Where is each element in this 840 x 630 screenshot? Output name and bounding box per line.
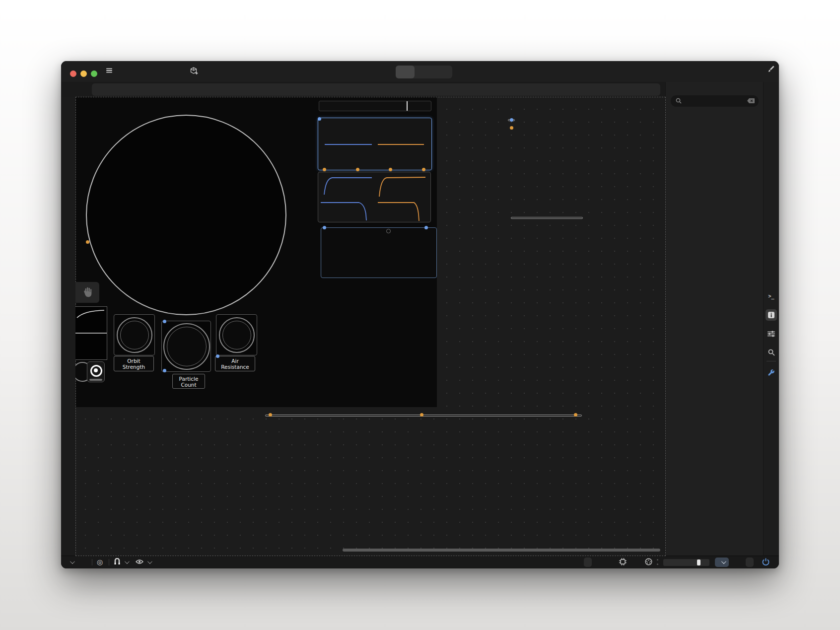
limiter-dropdown[interactable]: [715, 558, 729, 567]
send-symbol-button[interactable]: [584, 558, 592, 567]
status-bar: ◎: [61, 556, 779, 568]
air-resistance-knob[interactable]: [219, 317, 255, 353]
oversampling-button[interactable]: [746, 558, 754, 567]
parameters-icon[interactable]: [766, 328, 777, 340]
particle-count-outlet[interactable]: [163, 369, 166, 372]
documentation-icon[interactable]: [766, 309, 777, 321]
master-slider[interactable]: [319, 101, 431, 111]
orbit-strength-knob[interactable]: [117, 317, 152, 353]
documentation-browser-panel: [665, 82, 764, 556]
palette-dock: [61, 97, 76, 556]
midi-icon: [645, 556, 652, 568]
minimize-window-button[interactable]: [80, 70, 87, 77]
console-icon[interactable]: >_: [766, 290, 777, 302]
bang-dot-icon: [94, 368, 98, 372]
snap-magnet-icon[interactable]: [114, 556, 128, 568]
new-tab-button[interactable]: [80, 83, 91, 95]
plugdata-window: OrbitStrength ParticleCount AirResistanc…: [61, 61, 779, 568]
planet-panel[interactable]: [321, 227, 437, 278]
visualizer-inlet[interactable]: [86, 240, 89, 244]
graph-outlet-1[interactable]: [323, 168, 326, 171]
redo-icon[interactable]: [160, 67, 171, 77]
mix-graph-panel[interactable]: [318, 118, 432, 170]
tab-halica[interactable]: [92, 83, 660, 96]
power-dsp-icon[interactable]: [762, 556, 770, 568]
add-object-icon[interactable]: [188, 67, 199, 77]
visibility-eye-icon[interactable]: [136, 556, 151, 568]
right-icon-rail: >_: [763, 82, 779, 556]
planet-panel-inlet-left[interactable]: [323, 226, 326, 229]
envelope-panel[interactable]: [318, 172, 431, 222]
center-canvas-icon[interactable]: ◎: [97, 556, 103, 568]
air-resistance-label: AirResistance: [215, 356, 255, 371]
particle-count-knob[interactable]: [163, 323, 210, 370]
object-pd-filterlogic[interactable]: [511, 217, 583, 219]
main-menu-icon[interactable]: [104, 67, 115, 77]
graph-outlet-4[interactable]: [422, 168, 425, 171]
theme-mode-button[interactable]: [433, 66, 452, 78]
master-slider-thumb[interactable]: [407, 101, 408, 111]
cpu-icon: [619, 556, 627, 568]
finalprocessing-inlet-3[interactable]: [574, 413, 577, 417]
zoom-level-dropdown[interactable]: [68, 556, 73, 568]
search-icon: [676, 98, 682, 104]
finalprocessing-inlet-1[interactable]: [269, 413, 272, 417]
planet-panel-inlet-right[interactable]: [424, 226, 428, 229]
mastervol-inlet[interactable]: [510, 118, 513, 122]
hand-tool-button[interactable]: [75, 282, 99, 303]
output-volume-slider[interactable]: [663, 559, 709, 566]
particle-visualizer: [86, 115, 286, 315]
particle-count-label: ParticleCount: [172, 374, 205, 389]
particle-count-inlet[interactable]: [163, 320, 166, 323]
documentation-tree: [666, 112, 764, 556]
undo-icon[interactable]: [132, 67, 143, 77]
finalprocessing-inlet-2[interactable]: [420, 413, 423, 417]
edit-mode-button[interactable]: [396, 66, 415, 78]
erase-mode-button[interactable]: [415, 66, 433, 78]
envelope-mini-display[interactable]: [75, 306, 107, 360]
settings-wrench-icon[interactable]: [766, 367, 777, 378]
orbit-strength-label: OrbitStrength: [114, 356, 154, 371]
documentation-search-field[interactable]: [671, 95, 759, 107]
graph-outlet-2[interactable]: [356, 168, 359, 171]
graph-inlet[interactable]: [318, 117, 321, 121]
presentation-brush-icon[interactable]: [765, 65, 776, 76]
canvas-horizontal-scrollbar[interactable]: [343, 549, 660, 552]
close-window-button[interactable]: [70, 70, 76, 77]
bang-button[interactable]: [87, 361, 105, 382]
graph-outlet-3[interactable]: [389, 168, 392, 171]
object-pd-finalprocessing[interactable]: [265, 415, 582, 417]
air-resistance-inlet[interactable]: [216, 354, 219, 358]
planet-2-radio-icon[interactable]: [386, 229, 391, 233]
volume-thumb[interactable]: [697, 560, 700, 565]
zoom-window-button[interactable]: [91, 70, 97, 77]
patch-canvas[interactable]: OrbitStrength ParticleCount AirResistanc…: [75, 97, 666, 556]
mode-tool-group: [396, 66, 452, 78]
hand-icon: [81, 285, 94, 299]
mastervol-outlet[interactable]: [510, 126, 513, 130]
search-objects-icon[interactable]: [766, 347, 777, 358]
clear-search-icon[interactable]: [747, 98, 755, 103]
title-bar: [61, 61, 779, 82]
